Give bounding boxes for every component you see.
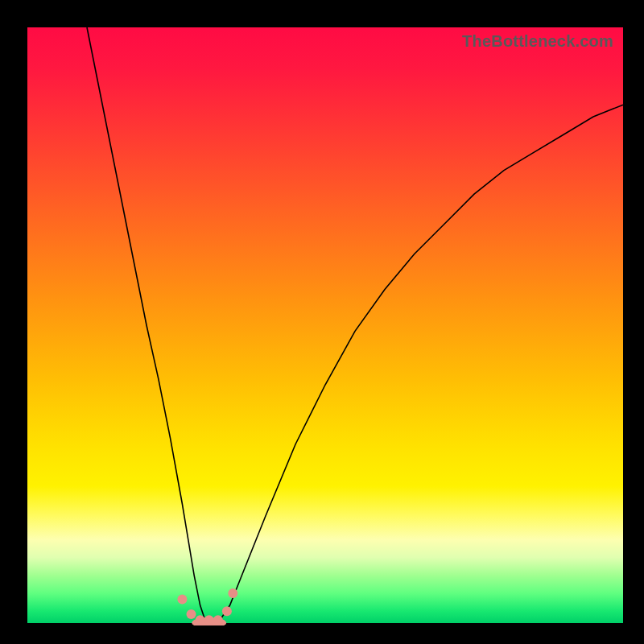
curve-marker-dot bbox=[228, 588, 237, 598]
bottleneck-curve bbox=[87, 27, 623, 623]
curve-markers bbox=[177, 588, 237, 625]
chart-svg bbox=[27, 27, 623, 623]
curve-marker-dot bbox=[213, 615, 223, 625]
chart-plot-area: TheBottleneck.com bbox=[27, 27, 623, 623]
curve-marker-dot bbox=[177, 594, 187, 604]
curve-marker-dot bbox=[204, 615, 214, 625]
chart-frame: TheBottleneck.com bbox=[0, 0, 644, 644]
curve-marker-dot bbox=[187, 609, 196, 619]
curve-marker-dot bbox=[196, 615, 205, 625]
curve-marker-dot bbox=[222, 606, 232, 616]
